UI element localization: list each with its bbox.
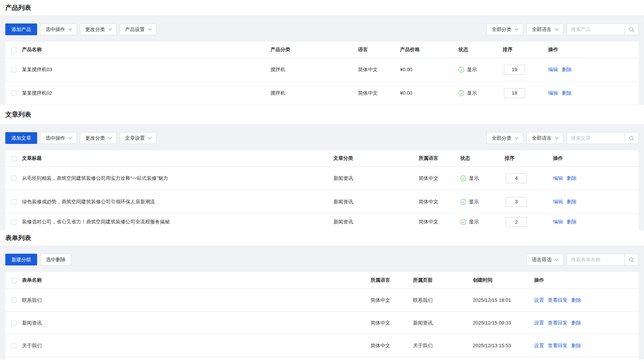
delete-link[interactable]: 删除 <box>571 297 581 303</box>
table-row: 某某搅拌机03 搅拌机 简体中文 ¥0.00 显示 编辑删除 <box>5 58 639 81</box>
table-row: 某某搅拌机02 搅拌机 简体中文 ¥0.00 显示 编辑删除 <box>5 81 639 105</box>
select-all-checkbox[interactable] <box>11 47 17 53</box>
language-filter-dropdown[interactable]: 全部语言 <box>527 23 563 35</box>
chevron-down-icon <box>555 257 559 261</box>
language-filter-dropdown[interactable]: 语言筛选 <box>527 254 563 265</box>
sort-input[interactable] <box>504 88 525 98</box>
product-search-input[interactable] <box>567 23 624 35</box>
settings-link[interactable]: 设置 <box>534 343 544 348</box>
row-checkbox[interactable] <box>11 90 17 96</box>
new-group-button[interactable]: 新建分组 <box>5 254 37 265</box>
col-status: 状态 <box>460 155 503 162</box>
row-checkbox[interactable] <box>11 199 17 204</box>
status-label: 显示 <box>469 218 479 225</box>
product-settings-dropdown[interactable]: 产品设置 <box>120 23 156 35</box>
table-row: 装修选对公司，省心又省力！鼎筑空间建筑装修公司全流程服务揭秘 新闻资讯 简体中文… <box>5 214 639 230</box>
product-settings-label: 产品设置 <box>125 26 145 33</box>
edit-link[interactable]: 编辑 <box>553 219 563 225</box>
select-all-checkbox[interactable] <box>11 156 17 161</box>
row-checkbox[interactable] <box>11 298 17 303</box>
status-label: 显示 <box>469 198 479 205</box>
row-checkbox[interactable] <box>11 320 17 326</box>
bulk-action-label: 选中操作 <box>45 135 65 142</box>
col-actions: 操作 <box>534 277 639 284</box>
row-checkbox[interactable] <box>11 343 17 348</box>
delete-link[interactable]: 删除 <box>567 175 577 181</box>
table-row: 从毛坯到精装，鼎筑空间建筑装修公司用实力诠释“一站式装修”魅力 新闻资讯 简体中… <box>5 167 639 190</box>
chevron-down-icon <box>555 27 559 31</box>
article-language: 简体中文 <box>419 198 460 205</box>
sort-input[interactable] <box>506 173 527 183</box>
article-category: 新闻资讯 <box>333 218 419 225</box>
settings-link[interactable]: 设置 <box>534 297 544 303</box>
change-category-dropdown[interactable]: 更改分类 <box>80 23 117 35</box>
chevron-down-icon <box>515 136 519 139</box>
edit-link[interactable]: 编辑 <box>548 90 558 96</box>
category-filter-dropdown[interactable]: 全部分类 <box>486 23 523 35</box>
page-title-products: 产品列表 <box>0 0 644 16</box>
category-filter-dropdown[interactable]: 全部分类 <box>486 132 523 144</box>
add-product-button[interactable]: 添加产品 <box>5 23 37 35</box>
article-search-button[interactable] <box>624 132 639 144</box>
view-replies-link[interactable]: 查看回复 <box>548 343 567 348</box>
language-filter-label: 全部语言 <box>532 26 552 33</box>
form-page: 关于我们 <box>413 342 473 349</box>
change-category-label: 更改分类 <box>85 26 105 33</box>
article-settings-dropdown[interactable]: 文章设置 <box>120 132 156 144</box>
product-language: 简体中文 <box>358 90 400 97</box>
article-list-section: 文章列表 添加文章 选中操作 更改分类 文章设置 全部 <box>0 105 644 230</box>
edit-link[interactable]: 编辑 <box>553 199 563 204</box>
delete-link[interactable]: 删除 <box>562 67 572 72</box>
article-language: 简体中文 <box>419 175 460 182</box>
edit-link[interactable]: 编辑 <box>553 175 563 181</box>
view-replies-link[interactable]: 查看回复 <box>548 297 567 303</box>
sort-input[interactable] <box>506 217 527 227</box>
change-category-dropdown[interactable]: 更改分类 <box>80 132 117 144</box>
delete-link[interactable]: 删除 <box>571 343 581 348</box>
delete-link[interactable]: 删除 <box>567 199 577 204</box>
select-all-checkbox[interactable] <box>11 278 17 283</box>
edit-link[interactable]: 编辑 <box>548 67 558 72</box>
chevron-down-icon <box>69 136 72 139</box>
row-actions: 设置查看回复删除 <box>534 342 639 349</box>
form-list-section: 表单列表 新建分组 选中删除 语言筛选 <box>0 230 644 360</box>
language-filter-dropdown[interactable]: 全部语言 <box>527 132 563 144</box>
row-checkbox[interactable] <box>11 176 17 181</box>
products-toolbar: 添加产品 选中操作 更改分类 产品设置 全部分类 <box>5 16 639 42</box>
sort-input[interactable] <box>506 197 527 207</box>
bulk-action-dropdown[interactable]: 选中操作 <box>40 23 77 35</box>
delete-link[interactable]: 删除 <box>567 219 577 225</box>
form-created-time: 2025/12/15 18:01 <box>473 297 534 303</box>
status-badge: 显示 <box>460 218 503 225</box>
product-search-button[interactable] <box>624 23 639 35</box>
article-category: 新闻资讯 <box>333 175 419 182</box>
col-language: 所属语言 <box>419 155 460 162</box>
status-label: 显示 <box>467 66 477 73</box>
delete-link[interactable]: 删除 <box>571 320 581 326</box>
chevron-down-icon <box>555 136 559 139</box>
delete-selected-button[interactable]: 选中删除 <box>40 254 71 265</box>
article-search-input[interactable] <box>567 132 624 144</box>
page-title-articles: 文章列表 <box>0 105 644 125</box>
form-search-button[interactable] <box>624 254 639 265</box>
status-badge: 显示 <box>460 175 503 182</box>
search-icon <box>628 257 635 263</box>
sort-input[interactable] <box>504 65 525 75</box>
status-badge: 显示 <box>458 66 502 73</box>
form-search-input[interactable] <box>567 254 624 265</box>
col-page: 所属页面 <box>413 277 473 284</box>
delete-link[interactable]: 删除 <box>562 90 572 96</box>
articles-table: 文章标题 文章分类 所属语言 状态 排序 操作 从毛坯到精装，鼎筑空间建筑装修公… <box>5 150 639 230</box>
form-page: 新闻资讯 <box>413 320 473 326</box>
col-language: 语言 <box>358 46 400 53</box>
product-category: 搅拌机 <box>270 66 358 73</box>
row-checkbox[interactable] <box>11 67 17 72</box>
settings-link[interactable]: 设置 <box>534 320 544 326</box>
view-replies-link[interactable]: 查看回复 <box>548 320 567 326</box>
add-article-button[interactable]: 添加文章 <box>5 132 37 144</box>
bulk-action-dropdown[interactable]: 选中操作 <box>40 132 77 144</box>
col-actions: 操作 <box>553 155 639 162</box>
row-checkbox[interactable] <box>11 220 17 225</box>
form-page: 联系我们 <box>413 297 473 304</box>
chevron-down-icon <box>108 136 112 139</box>
